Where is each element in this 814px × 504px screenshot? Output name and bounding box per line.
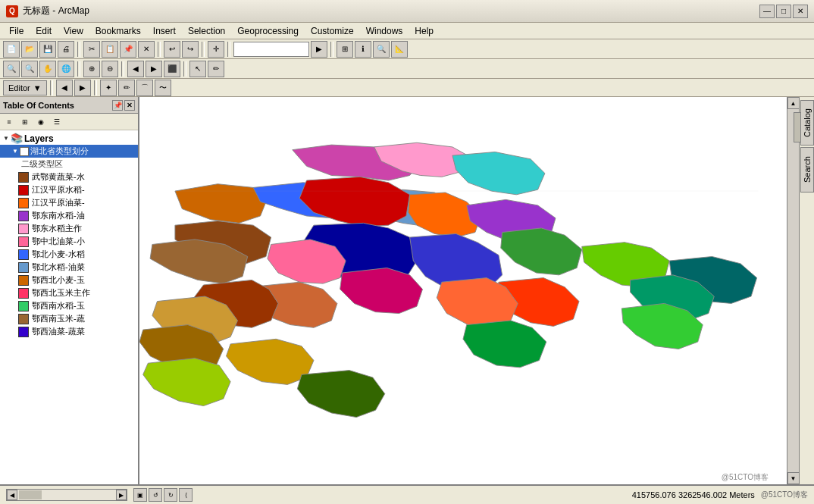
hand-tool[interactable]: ✋: [39, 61, 56, 77]
region-sw2: [143, 358, 230, 406]
toc-vis-btn[interactable]: ◉: [33, 115, 49, 129]
menu-geoprocessing[interactable]: Geoprocessing: [231, 24, 305, 38]
globe-tool[interactable]: 🌐: [58, 61, 74, 77]
legend-label-6: 鄂北小麦-水稻: [32, 249, 85, 260]
redo-button[interactable]: ↪: [182, 41, 199, 58]
scroll-left-btn[interactable]: ◀: [7, 490, 17, 500]
toc-source-btn[interactable]: ⊞: [17, 115, 33, 129]
select-tool[interactable]: ↖: [189, 61, 206, 77]
fixed-zoom-out[interactable]: ⊖: [102, 61, 118, 77]
toc-pin[interactable]: 📌: [112, 100, 123, 111]
toc-item-8[interactable]: 鄂西北小麦-玉: [0, 274, 138, 286]
menu-windows[interactable]: Windows: [360, 24, 409, 38]
back-extent[interactable]: ◀: [127, 61, 144, 77]
edit-vertices[interactable]: ✦: [100, 80, 117, 96]
cut-button[interactable]: ✂: [83, 41, 100, 58]
menu-bookmarks[interactable]: Bookmarks: [89, 24, 147, 38]
legend-label-2: 江汉平原油菜-: [32, 197, 85, 208]
legend-color-11: [18, 314, 29, 324]
legend-color-5: [18, 236, 29, 247]
menu-help[interactable]: Help: [409, 24, 440, 38]
page-nav-4[interactable]: ⟨: [179, 488, 193, 502]
toc-item-3[interactable]: 鄂东南水稻-油: [0, 209, 138, 222]
minimize-button[interactable]: —: [759, 5, 775, 18]
fixed-zoom-in[interactable]: ⊕: [83, 61, 100, 77]
layer-checkbox[interactable]: ✓: [20, 147, 29, 156]
catalog-tab[interactable]: Catalog: [800, 100, 814, 146]
menu-bar: File Edit View Bookmarks Insert Selectio…: [0, 23, 814, 39]
new-button[interactable]: 📄: [3, 41, 20, 58]
toc-item-2[interactable]: 江汉平原油菜-: [0, 196, 138, 209]
page-nav-1[interactable]: ▣: [133, 488, 147, 502]
toc-item-9[interactable]: 鄂西北玉米主作: [0, 286, 138, 299]
scroll-up-btn[interactable]: ▲: [787, 97, 800, 109]
legend-color-0: [18, 172, 29, 183]
save-button[interactable]: 💾: [39, 41, 56, 58]
toc-item-10[interactable]: 鄂西南水稻-玉: [0, 299, 138, 312]
copy-button[interactable]: 📋: [102, 41, 118, 58]
toc-list-btn[interactable]: ≡: [2, 115, 17, 129]
close-button[interactable]: ✕: [793, 5, 808, 18]
editor-forward[interactable]: ▶: [74, 80, 91, 96]
scroll-right-btn[interactable]: ▶: [116, 490, 127, 500]
status-coordinates: 415756.076 3262546.002 Meters: [632, 490, 755, 499]
toc-item-6[interactable]: 鄂北小麦-水稻: [0, 248, 138, 261]
toc-more-btn[interactable]: ☰: [49, 115, 64, 129]
legend-label-11: 鄂西南玉米-蔬: [32, 313, 85, 324]
forward-extent[interactable]: ▶: [146, 61, 162, 77]
identify[interactable]: ℹ: [355, 41, 371, 58]
menu-customize[interactable]: Customize: [305, 24, 360, 38]
arc-tool[interactable]: ⌒: [136, 80, 153, 96]
freehand[interactable]: 〜: [155, 80, 171, 96]
editor-back[interactable]: ◀: [56, 80, 73, 96]
maximize-button[interactable]: □: [776, 5, 791, 18]
open-button[interactable]: 📂: [21, 41, 38, 58]
scroll-down-btn[interactable]: ▼: [787, 472, 800, 484]
zoom-out[interactable]: 🔍: [21, 61, 38, 77]
paste-button[interactable]: 📌: [120, 41, 136, 58]
menu-insert[interactable]: Insert: [147, 24, 182, 38]
toc-item-5[interactable]: 鄂中北油菜-小: [0, 235, 138, 248]
print-button[interactable]: 🖨: [58, 41, 74, 58]
legend-color-1: [18, 185, 29, 196]
legend-color-10: [18, 301, 29, 311]
horizontal-scrollbar[interactable]: ◀ ▶: [6, 489, 127, 501]
undo-button[interactable]: ↩: [164, 41, 180, 58]
toc-layers-group[interactable]: ▼ 📚 Layers: [0, 132, 138, 145]
editor-dropdown[interactable]: Editor ▼: [3, 80, 47, 95]
map-area[interactable]: @51CTO博客: [139, 97, 787, 484]
zoom-full[interactable]: ⊞: [337, 41, 353, 58]
menu-edit[interactable]: Edit: [30, 24, 58, 38]
toc-item-7[interactable]: 鄂北水稻-油菜: [0, 261, 138, 274]
toc-close[interactable]: ✕: [124, 100, 135, 111]
toc-item-12[interactable]: 鄂西油菜-蔬菜: [0, 325, 138, 338]
full-extent[interactable]: ⬛: [164, 61, 180, 77]
toc-item-4[interactable]: 鄂东水稻主作: [0, 222, 138, 235]
scale-go[interactable]: ▶: [311, 41, 327, 58]
menu-view[interactable]: View: [58, 24, 89, 38]
legend-color-4: [18, 224, 29, 234]
menu-file[interactable]: File: [3, 24, 30, 38]
pan-button[interactable]: ✛: [208, 41, 224, 58]
toc-content: ▼ 📚 Layers ▼ ✓ 湖北省类型划分 二级类型区 武鄂黄蔬菜-水 江汉平: [0, 130, 138, 484]
scroll-track-h[interactable]: [17, 490, 116, 500]
delete-button[interactable]: ✕: [138, 41, 155, 58]
toc-item-0[interactable]: 武鄂黄蔬菜-水: [0, 171, 138, 183]
toc-item-1[interactable]: 江汉平原水稻-: [0, 183, 138, 196]
legend-label-0: 武鄂黄蔬菜-水: [32, 171, 85, 183]
region-sw4: [463, 321, 546, 368]
page-nav-3[interactable]: ↻: [164, 488, 177, 502]
measure[interactable]: 📐: [391, 41, 408, 58]
legend-color-9: [18, 288, 29, 299]
toc-item-11[interactable]: 鄂西南玉米-蔬: [0, 312, 138, 325]
scale-input[interactable]: 1 : 5, 202, 633: [233, 42, 309, 57]
sketch-tool[interactable]: ✏: [118, 80, 135, 96]
page-nav-2[interactable]: ↺: [149, 488, 162, 502]
search-tab[interactable]: Search: [800, 147, 814, 193]
zoom-in[interactable]: 🔍: [3, 61, 20, 77]
toc-layer-header[interactable]: ▼ ✓ 湖北省类型划分: [0, 145, 138, 158]
find[interactable]: 🔍: [373, 41, 390, 58]
toc-sublabel: 二级类型区: [0, 158, 138, 171]
menu-selection[interactable]: Selection: [182, 24, 231, 38]
edit-tool[interactable]: ✏: [208, 61, 224, 77]
